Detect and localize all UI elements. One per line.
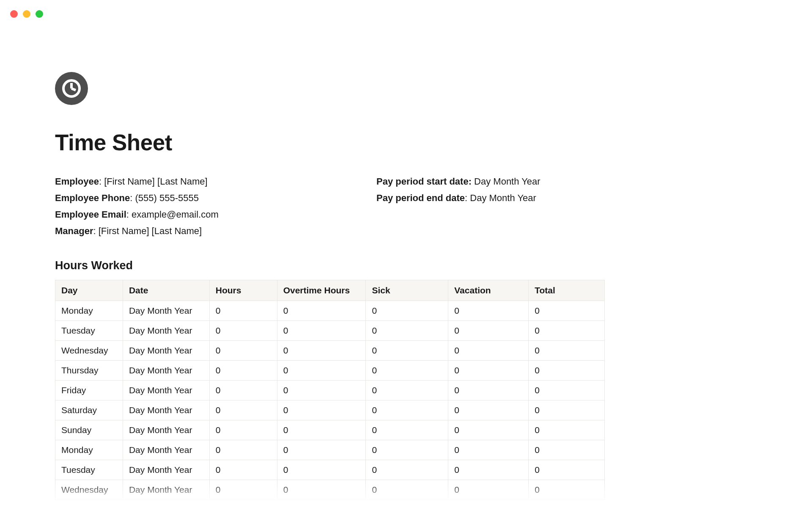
table-row: Tuesday Day Month Year 0 0 0 0 0 — [55, 320, 605, 340]
table-row: Wednesday Day Month Year 0 0 0 0 0 — [55, 340, 605, 360]
cell-overtime: 0 — [277, 400, 366, 420]
cell-day: Saturday — [55, 400, 123, 420]
employee-email-label: Employee Email — [55, 209, 126, 220]
hours-worked-heading: Hours Worked — [55, 259, 605, 272]
cell-day: Friday — [55, 380, 123, 400]
table-row: Monday Day Month Year 0 0 0 0 0 — [55, 440, 605, 460]
cell-date: Day Month Year — [123, 380, 209, 400]
cell-overtime: 0 — [277, 440, 366, 460]
table-row: Wednesday Day Month Year 0 0 0 0 0 — [55, 480, 605, 500]
cell-vacation: 0 — [448, 301, 529, 320]
manager-value: [First Name] [Last Name] — [99, 226, 202, 236]
cell-date: Day Month Year — [123, 440, 209, 460]
col-vacation: Vacation — [448, 280, 529, 301]
cell-sick: 0 — [366, 301, 448, 320]
employee-info-left: Employee: [First Name] [Last Name] Emplo… — [55, 173, 326, 240]
cell-vacation: 0 — [448, 420, 529, 440]
cell-overtime: 0 — [277, 301, 366, 320]
window-controls — [10, 10, 43, 18]
cell-vacation: 0 — [448, 360, 529, 380]
pay-period-start-line: Pay period start date: Day Month Year — [376, 173, 540, 190]
cell-date: Day Month Year — [123, 400, 209, 420]
col-hours: Hours — [209, 280, 277, 301]
cell-day: Monday — [55, 301, 123, 320]
employee-email-line: Employee Email: example@email.com — [55, 206, 326, 223]
pay-period-info: Pay period start date: Day Month Year Pa… — [376, 173, 540, 240]
document-page: Time Sheet Employee: [First Name] [Last … — [55, 72, 605, 500]
hours-table-header-row: Day Date Hours Overtime Hours Sick Vacat… — [55, 280, 605, 301]
employee-name-line: Employee: [First Name] [Last Name] — [55, 173, 326, 190]
cell-total: 0 — [529, 340, 605, 360]
minimize-window-button[interactable] — [23, 10, 30, 18]
pay-period-end-label: Pay period end date — [376, 193, 465, 203]
cell-date: Day Month Year — [123, 420, 209, 440]
sep: : — [93, 226, 98, 236]
table-row: Sunday Day Month Year 0 0 0 0 0 — [55, 420, 605, 440]
cell-hours: 0 — [209, 380, 277, 400]
cell-total: 0 — [529, 320, 605, 340]
cell-overtime: 0 — [277, 320, 366, 340]
cell-day: Tuesday — [55, 320, 123, 340]
sep: : — [465, 193, 470, 203]
sep: : — [99, 176, 104, 187]
cell-total: 0 — [529, 301, 605, 320]
cell-hours: 0 — [209, 340, 277, 360]
employee-name-value: [First Name] [Last Name] — [104, 176, 208, 187]
hours-table: Day Date Hours Overtime Hours Sick Vacat… — [55, 280, 605, 500]
zoom-window-button[interactable] — [36, 10, 43, 18]
cell-hours: 0 — [209, 320, 277, 340]
cell-total: 0 — [529, 420, 605, 440]
table-row: Monday Day Month Year 0 0 0 0 0 — [55, 301, 605, 320]
pay-period-end-line: Pay period end date: Day Month Year — [376, 190, 540, 206]
cell-sick: 0 — [366, 460, 448, 480]
cell-overtime: 0 — [277, 480, 366, 500]
cell-overtime: 0 — [277, 420, 366, 440]
cell-total: 0 — [529, 380, 605, 400]
cell-hours: 0 — [209, 360, 277, 380]
cell-hours: 0 — [209, 460, 277, 480]
cell-vacation: 0 — [448, 320, 529, 340]
cell-total: 0 — [529, 440, 605, 460]
cell-day: Sunday — [55, 420, 123, 440]
cell-day: Wednesday — [55, 480, 123, 500]
employee-phone-line: Employee Phone: (555) 555-5555 — [55, 190, 326, 206]
cell-day: Wednesday — [55, 340, 123, 360]
col-overtime: Overtime Hours — [277, 280, 366, 301]
svg-line-2 — [71, 88, 76, 90]
page-title: Time Sheet — [55, 130, 605, 155]
hours-table-body: Monday Day Month Year 0 0 0 0 0 Tuesday … — [55, 301, 605, 500]
sep: : — [130, 193, 135, 203]
cell-sick: 0 — [366, 340, 448, 360]
cell-day: Tuesday — [55, 460, 123, 480]
employee-phone-label: Employee Phone — [55, 193, 130, 203]
col-sick: Sick — [366, 280, 448, 301]
cell-sick: 0 — [366, 400, 448, 420]
cell-date: Day Month Year — [123, 301, 209, 320]
table-row: Tuesday Day Month Year 0 0 0 0 0 — [55, 460, 605, 480]
cell-total: 0 — [529, 460, 605, 480]
pay-period-end-value: Day Month Year — [470, 193, 536, 203]
cell-hours: 0 — [209, 420, 277, 440]
cell-vacation: 0 — [448, 440, 529, 460]
clock-icon — [55, 72, 88, 105]
cell-day: Thursday — [55, 360, 123, 380]
cell-vacation: 0 — [448, 480, 529, 500]
pay-period-start-value: Day Month Year — [474, 176, 540, 187]
cell-vacation: 0 — [448, 340, 529, 360]
cell-total: 0 — [529, 400, 605, 420]
cell-overtime: 0 — [277, 340, 366, 360]
cell-overtime: 0 — [277, 460, 366, 480]
employee-name-label: Employee — [55, 176, 99, 187]
cell-sick: 0 — [366, 360, 448, 380]
cell-hours: 0 — [209, 480, 277, 500]
manager-label: Manager — [55, 226, 93, 236]
cell-day: Monday — [55, 440, 123, 460]
cell-date: Day Month Year — [123, 340, 209, 360]
table-row: Thursday Day Month Year 0 0 0 0 0 — [55, 360, 605, 380]
cell-sick: 0 — [366, 420, 448, 440]
cell-sick: 0 — [366, 480, 448, 500]
col-date: Date — [123, 280, 209, 301]
close-window-button[interactable] — [10, 10, 18, 18]
cell-sick: 0 — [366, 380, 448, 400]
cell-vacation: 0 — [448, 380, 529, 400]
